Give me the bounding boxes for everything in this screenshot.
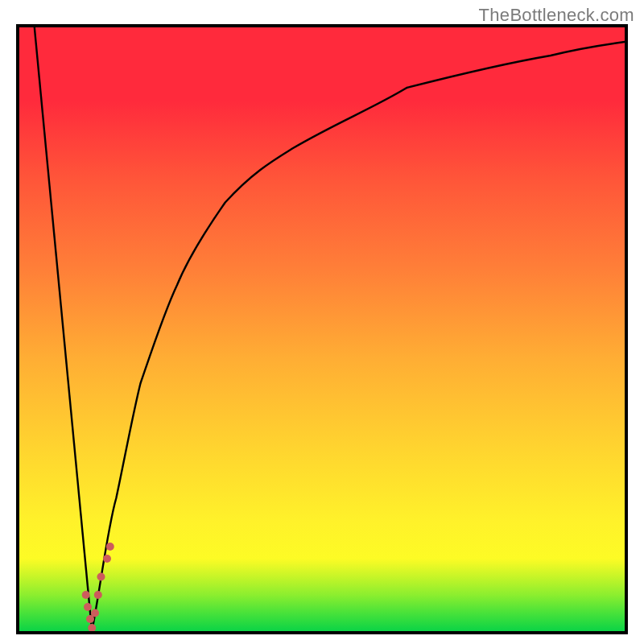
dot [94,591,102,599]
watermark-text: TheBottleneck.com [479,5,634,26]
dot [106,543,114,551]
dot [103,555,111,563]
bottleneck-chart [19,27,625,631]
dot [97,573,105,581]
dot [84,603,92,611]
dot [82,591,90,599]
dot [91,609,99,617]
gradient-background [19,27,625,631]
